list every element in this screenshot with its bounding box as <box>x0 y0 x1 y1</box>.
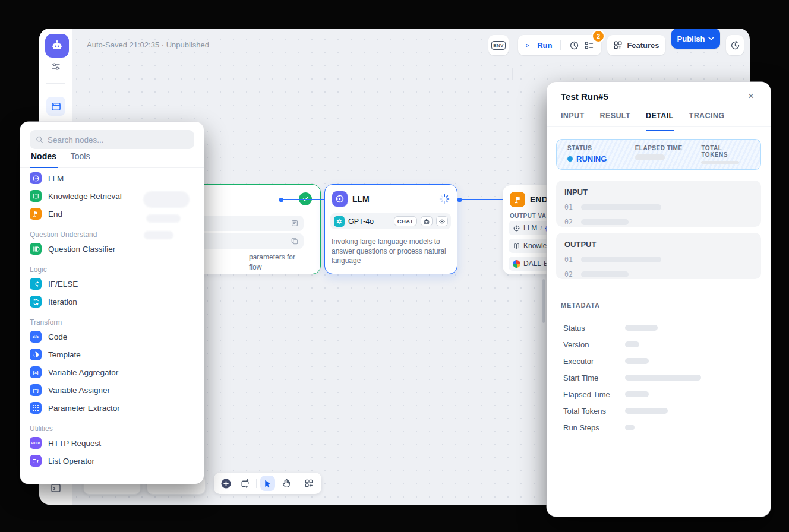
end-var-label: LLM <box>523 224 537 232</box>
node-item-parameter-extractor[interactable]: Parameter Extractor <box>20 399 204 417</box>
node-search-panel: Nodes Tools LLM Knowledge Retrieval <box>20 122 204 484</box>
total-tokens-label: TOTAL TOKENS <box>701 145 750 158</box>
node-item-code[interactable]: </> Code <box>20 328 204 346</box>
node-item-label: Question Classifier <box>48 245 115 254</box>
organize-nodes-button[interactable] <box>302 476 317 491</box>
node-item-label: LLM <box>48 174 64 183</box>
code-icon: </> <box>30 331 42 343</box>
section-logic: Logic <box>20 258 204 275</box>
features-button[interactable]: Features <box>607 35 665 55</box>
meta-value-skeleton <box>625 391 649 397</box>
hand-icon <box>282 479 291 488</box>
section-divider <box>556 290 761 290</box>
checklist-count-badge: 2 <box>593 31 604 42</box>
play-icon[interactable] <box>525 42 529 49</box>
toolbar-divider <box>256 479 257 488</box>
end-icon <box>30 208 42 220</box>
node-item-end[interactable]: End <box>20 205 204 223</box>
meta-value-skeleton <box>625 425 635 430</box>
node-item-list-operator[interactable]: List Operator <box>20 452 204 470</box>
llm-node-header: LLM <box>332 191 370 207</box>
toolbar-divider <box>512 68 513 80</box>
env-button[interactable]: ENV <box>488 35 509 55</box>
version-history-button[interactable] <box>726 35 744 55</box>
checklist-button[interactable] <box>584 40 594 50</box>
node-item-http-request[interactable]: HTTP HTTP Request <box>20 434 204 452</box>
node-panel-tabs: Nodes Tools <box>20 149 204 168</box>
http-request-icon: HTTP <box>30 437 42 449</box>
node-item-label: Iteration <box>48 297 77 306</box>
llm-node[interactable]: LLM <box>324 184 457 274</box>
output-card: OUTPUT 01 02 <box>556 233 761 279</box>
app-logo-button[interactable] <box>45 34 69 58</box>
line-number: 02 <box>564 270 573 278</box>
run-button[interactable]: Run <box>537 41 552 50</box>
node-item-variable-aggregator[interactable]: {x} Variable Aggregator <box>20 363 204 381</box>
input-value-skeleton <box>581 219 629 225</box>
tab-detail[interactable]: DETAIL <box>646 112 674 126</box>
copy-icon <box>291 237 299 245</box>
run-toolbar-group: Run 2 <box>518 35 601 55</box>
rail-divider <box>46 83 65 84</box>
template-icon <box>30 349 42 360</box>
input-card: INPUT 01 02 <box>556 180 761 227</box>
running-spinner-icon <box>439 194 450 204</box>
tab-nodes[interactable]: Nodes <box>31 149 56 167</box>
run-history-button[interactable] <box>569 40 579 50</box>
scrollbar-thumb[interactable] <box>542 279 545 323</box>
add-node-button[interactable] <box>219 476 233 491</box>
run-status-value: RUNING <box>567 154 635 163</box>
node-item-iteration[interactable]: Iteration <box>20 293 204 311</box>
line-number: 01 <box>564 203 573 211</box>
autosave-status: Auto-Saved 21:02:35 · Unpublished <box>87 40 209 49</box>
variable-assigner-icon: {=} <box>30 384 42 396</box>
node-item-ifelse[interactable]: IF/ELSE <box>20 275 204 293</box>
meta-row-elapsed-time: Elapsed Time <box>563 388 759 400</box>
search-input[interactable] <box>48 135 188 144</box>
start-node-description: parameters for flow <box>249 252 295 273</box>
end-node-icon <box>510 192 525 207</box>
panel-title: Test Run#5 <box>561 91 608 102</box>
workflow-view-button[interactable] <box>46 97 65 116</box>
close-icon[interactable]: × <box>744 90 758 103</box>
meta-value-skeleton <box>625 375 701 381</box>
node-item-template[interactable]: Template <box>20 346 204 363</box>
meta-row-executor: Executor <box>563 355 759 367</box>
hand-tool-button[interactable] <box>279 476 293 491</box>
tab-tracing[interactable]: TRACING <box>689 112 725 126</box>
output-value-skeleton <box>581 271 629 277</box>
pointer-tool-button[interactable] <box>260 476 275 491</box>
edge-source-handle[interactable] <box>279 198 283 202</box>
elapsed-time-skeleton <box>635 154 665 160</box>
output-value-skeleton <box>581 256 661 262</box>
node-item-label: Knowledge Retrieval <box>48 192 122 201</box>
tab-input[interactable]: INPUT <box>561 112 585 126</box>
plus-circle-icon <box>220 478 232 489</box>
node-item-label: Variable Aggregator <box>48 368 118 377</box>
node-search-box[interactable] <box>30 130 194 149</box>
publish-button[interactable]: Publish <box>671 28 720 49</box>
console-button[interactable] <box>50 482 62 494</box>
tab-result[interactable]: RESULT <box>600 112 630 126</box>
features-label: Features <box>627 41 659 50</box>
edge-source-handle[interactable] <box>457 198 462 202</box>
chat-mode-badge: CHAT <box>394 216 417 226</box>
llm-model-selector[interactable]: GPT-4o CHAT <box>330 213 451 229</box>
node-item-knowledge-retrieval[interactable]: Knowledge Retrieval <box>20 187 204 205</box>
node-item-question-classifier[interactable]: Question Classifier <box>20 240 204 258</box>
add-note-button[interactable] <box>237 476 252 491</box>
llm-icon <box>30 172 42 184</box>
node-item-llm[interactable]: LLM <box>20 169 204 187</box>
section-transform: Transform <box>20 311 204 328</box>
output-card-title: OUTPUT <box>564 240 753 249</box>
node-item-label: Parameter Extractor <box>48 404 120 413</box>
features-icon <box>613 40 623 50</box>
search-icon <box>36 135 43 144</box>
node-item-variable-assigner[interactable]: {=} Variable Assigner <box>20 381 204 399</box>
meta-row-status: Status <box>563 322 759 334</box>
end-var-label: DALL-E <box>523 259 548 268</box>
total-tokens-skeleton <box>701 161 739 164</box>
preferences-button[interactable] <box>51 62 61 71</box>
dalle-icon <box>513 260 520 268</box>
tab-tools[interactable]: Tools <box>71 149 90 167</box>
